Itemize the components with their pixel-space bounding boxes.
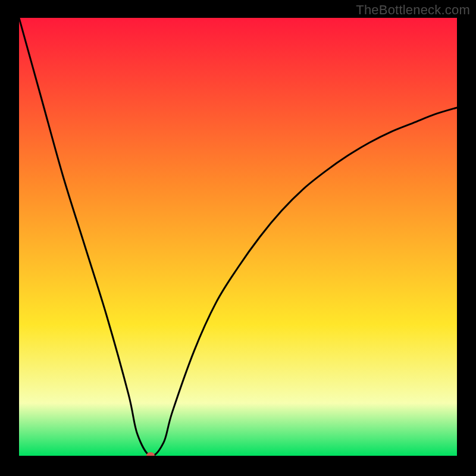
plot-svg — [19, 18, 457, 456]
watermark-text: TheBottleneck.com — [356, 2, 470, 18]
chart-frame: TheBottleneck.com — [0, 0, 476, 476]
optimal-point-marker — [146, 452, 155, 456]
gradient-background — [19, 18, 457, 456]
plot-area — [19, 18, 457, 456]
